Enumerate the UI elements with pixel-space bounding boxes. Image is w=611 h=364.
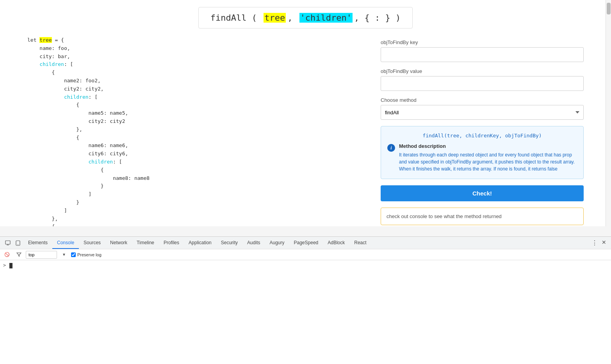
code-line: city2: city2 [27, 117, 365, 126]
code-tree-highlight: tree [264, 13, 286, 23]
filter-icon[interactable] [14, 250, 23, 259]
svg-point-2 [18, 244, 18, 245]
code-line: { [27, 223, 365, 226]
header-code-box: findAll ( tree , 'children' , { : } ) [198, 7, 413, 28]
device-icon[interactable] [13, 238, 23, 248]
code-children-highlight: 'children' [299, 13, 353, 23]
method-select[interactable]: findAll findFirst findParent [381, 105, 584, 120]
code-line: children: [ [27, 93, 365, 101]
code-comma1: , [287, 13, 298, 23]
code-line: ] [27, 207, 365, 215]
method-desc-content: Method description It iterates through e… [399, 143, 577, 172]
code-line: { [27, 134, 365, 142]
code-line: name: foo, [27, 44, 365, 53]
code-line: } [27, 199, 365, 207]
result-box: check out console to see what the method… [381, 208, 584, 225]
tab-security[interactable]: Security [216, 237, 242, 249]
info-icon: i [387, 144, 395, 152]
clear-console-icon[interactable]: 🚫 [2, 250, 12, 259]
method-desc-title: Method description [399, 143, 577, 149]
code-line: }, [27, 215, 365, 223]
code-line: city6: city6, [27, 150, 365, 158]
code-line: { [27, 101, 365, 109]
code-line: { [27, 69, 365, 77]
code-section: let tree = { name: foo, city: bar, child… [27, 36, 365, 226]
code-line: ] [27, 190, 365, 199]
console-prompt: > [3, 263, 12, 268]
key-input[interactable] [381, 47, 584, 62]
tab-augury[interactable]: Augury [265, 237, 289, 249]
method-signature: findAll(tree, childrenKey, objToFindBy) [387, 133, 577, 138]
header-bar: findAll ( tree , 'children' , { : } ) [0, 0, 611, 36]
scrollbar-thumb[interactable] [607, 3, 611, 14]
main-content: findAll ( tree , 'children' , { : } ) le… [0, 0, 611, 226]
tab-network[interactable]: Network [105, 237, 132, 249]
method-desc-header: i Method description It iterates through… [387, 143, 577, 172]
tab-adblock[interactable]: AdBlock [323, 237, 349, 249]
code-line: children: [ [27, 158, 365, 166]
devtools-bar: Elements Console Sources Network Timelin… [0, 236, 611, 249]
tab-audits[interactable]: Audits [242, 237, 265, 249]
method-select-wrapper: findAll findFirst findParent [381, 105, 584, 120]
code-line: city2: city2, [27, 85, 365, 93]
inspect-icon[interactable] [3, 238, 12, 248]
method-info-box: findAll(tree, childrenKey, objToFindBy) … [381, 126, 584, 179]
key-label: objToFindBy key [381, 39, 584, 45]
tab-console[interactable]: Console [52, 237, 79, 249]
more-options-icon[interactable]: ⋮ [590, 239, 599, 247]
key-form-group: objToFindBy key [381, 39, 584, 62]
value-input[interactable] [381, 76, 584, 91]
code-line: name8: name8 [27, 174, 365, 183]
filter-dropdown-icon[interactable]: ▼ [59, 250, 69, 259]
code-line: name6: name6, [27, 142, 365, 150]
code-rest: , { : } ) [354, 13, 401, 23]
code-line: name2: foo2, [27, 77, 365, 85]
code-line: city: bar, [27, 53, 365, 61]
scrollbar[interactable] [606, 0, 611, 226]
devtools-tabs: Elements Console Sources Network Timelin… [23, 237, 589, 249]
console-filter-input[interactable] [26, 251, 57, 259]
tab-react[interactable]: React [349, 237, 371, 249]
code-line: let tree = { [27, 36, 365, 44]
devtools-right-icons: ⋮ ✕ [590, 239, 608, 247]
value-form-group: objToFindBy value [381, 68, 584, 91]
tab-sources[interactable]: Sources [79, 237, 105, 249]
method-label: Choose method [381, 97, 584, 103]
check-button[interactable]: Check! [381, 185, 584, 201]
close-devtools-icon[interactable]: ✕ [600, 239, 608, 247]
code-line: { [27, 166, 365, 174]
tab-pagespeed[interactable]: PageSpeed [289, 237, 323, 249]
right-panel: objToFindBy key objToFindBy value Choose… [381, 36, 584, 226]
code-findall: findAll ( [210, 13, 262, 23]
preserve-log-text: Preserve log [77, 252, 102, 257]
preserve-log-checkbox[interactable] [71, 252, 76, 257]
value-label: objToFindBy value [381, 68, 584, 74]
tab-application[interactable]: Application [184, 237, 216, 249]
code-line: children: [ [27, 60, 365, 69]
method-desc-text: It iterates through each deep nested obj… [399, 151, 577, 172]
method-form-group: Choose method findAll findFirst findPare… [381, 97, 584, 120]
tab-timeline[interactable]: Timeline [132, 237, 159, 249]
tab-elements[interactable]: Elements [23, 237, 52, 249]
console-content: > [0, 260, 611, 364]
console-cursor [9, 263, 12, 268]
preserve-log-label[interactable]: Preserve log [71, 252, 102, 257]
console-toolbar: 🚫 ▼ Preserve log [0, 249, 611, 260]
result-text: check out console to see what the method… [387, 213, 502, 219]
code-line: } [27, 182, 365, 190]
content-panel: let tree = { name: foo, city: bar, child… [27, 36, 584, 226]
tab-profiles[interactable]: Profiles [159, 237, 184, 249]
code-line: }, [27, 126, 365, 134]
code-line: name5: name5, [27, 109, 365, 117]
svg-rect-0 [5, 241, 10, 244]
